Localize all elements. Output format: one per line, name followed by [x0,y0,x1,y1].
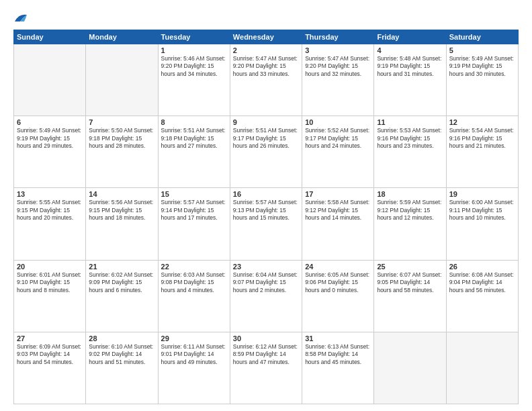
day-number: 8 [161,118,227,126]
day-info: Sunrise: 6:07 AM Sunset: 9:05 PM Dayligh… [377,271,443,294]
day-cell: 8Sunrise: 5:51 AM Sunset: 9:18 PM Daylig… [158,116,230,188]
day-cell: 16Sunrise: 5:57 AM Sunset: 9:13 PM Dayli… [230,188,302,260]
day-number: 1 [161,46,227,54]
calendar-table: SundayMondayTuesdayWednesdayThursdayFrid… [13,30,519,404]
day-info: Sunrise: 5:50 AM Sunset: 9:18 PM Dayligh… [89,127,154,150]
col-header-friday: Friday [374,30,446,44]
day-number: 16 [233,190,299,198]
day-info: Sunrise: 5:57 AM Sunset: 9:13 PM Dayligh… [233,199,299,222]
day-number: 29 [161,334,227,342]
logo [13,12,28,24]
day-info: Sunrise: 5:46 AM Sunset: 9:20 PM Dayligh… [161,55,227,78]
day-info: Sunrise: 5:56 AM Sunset: 9:15 PM Dayligh… [89,199,154,222]
day-info: Sunrise: 5:51 AM Sunset: 9:17 PM Dayligh… [233,127,299,150]
day-info: Sunrise: 6:05 AM Sunset: 9:06 PM Dayligh… [305,271,371,294]
day-cell: 18Sunrise: 5:59 AM Sunset: 9:12 PM Dayli… [374,188,446,260]
page: SundayMondayTuesdayWednesdayThursdayFrid… [0,0,532,411]
day-cell: 21Sunrise: 6:02 AM Sunset: 9:09 PM Dayli… [86,260,158,332]
day-cell: 1Sunrise: 5:46 AM Sunset: 9:20 PM Daylig… [158,44,230,116]
day-cell: 20Sunrise: 6:01 AM Sunset: 9:10 PM Dayli… [14,260,86,332]
day-info: Sunrise: 6:00 AM Sunset: 9:11 PM Dayligh… [449,199,515,222]
day-number: 17 [305,190,371,198]
day-cell: 30Sunrise: 6:12 AM Sunset: 8:59 PM Dayli… [230,332,302,404]
day-info: Sunrise: 5:49 AM Sunset: 9:19 PM Dayligh… [449,55,515,78]
col-header-tuesday: Tuesday [158,30,230,44]
day-cell [86,44,158,116]
logo-bird-icon [13,12,28,24]
day-cell: 14Sunrise: 5:56 AM Sunset: 9:15 PM Dayli… [86,188,158,260]
day-number: 6 [17,118,83,126]
day-cell [14,44,86,116]
day-number: 4 [377,46,443,54]
day-info: Sunrise: 6:12 AM Sunset: 8:59 PM Dayligh… [233,343,299,366]
col-header-saturday: Saturday [446,30,518,44]
day-cell: 11Sunrise: 5:53 AM Sunset: 9:16 PM Dayli… [374,116,446,188]
day-info: Sunrise: 5:58 AM Sunset: 9:12 PM Dayligh… [305,199,371,222]
day-info: Sunrise: 6:03 AM Sunset: 9:08 PM Dayligh… [161,271,227,294]
day-number: 15 [161,190,227,198]
day-number: 21 [89,263,154,271]
day-number: 12 [449,118,515,126]
day-cell: 17Sunrise: 5:58 AM Sunset: 9:12 PM Dayli… [302,188,374,260]
day-cell: 29Sunrise: 6:11 AM Sunset: 9:01 PM Dayli… [158,332,230,404]
day-cell: 23Sunrise: 6:04 AM Sunset: 9:07 PM Dayli… [230,260,302,332]
day-info: Sunrise: 5:53 AM Sunset: 9:16 PM Dayligh… [377,127,443,150]
col-header-wednesday: Wednesday [230,30,302,44]
day-cell: 25Sunrise: 6:07 AM Sunset: 9:05 PM Dayli… [374,260,446,332]
day-cell: 10Sunrise: 5:52 AM Sunset: 9:17 PM Dayli… [302,116,374,188]
day-number: 10 [305,118,371,126]
day-cell: 27Sunrise: 6:09 AM Sunset: 9:03 PM Dayli… [14,332,86,404]
day-info: Sunrise: 6:10 AM Sunset: 9:02 PM Dayligh… [89,343,154,366]
day-info: Sunrise: 5:54 AM Sunset: 9:16 PM Dayligh… [449,127,515,150]
day-number: 2 [233,46,299,54]
day-info: Sunrise: 5:48 AM Sunset: 9:19 PM Dayligh… [377,55,443,78]
day-info: Sunrise: 5:52 AM Sunset: 9:17 PM Dayligh… [305,127,371,150]
day-cell: 24Sunrise: 6:05 AM Sunset: 9:06 PM Dayli… [302,260,374,332]
day-cell: 3Sunrise: 5:47 AM Sunset: 9:20 PM Daylig… [302,44,374,116]
week-row-0: 1Sunrise: 5:46 AM Sunset: 9:20 PM Daylig… [14,44,519,116]
day-info: Sunrise: 5:55 AM Sunset: 9:15 PM Dayligh… [17,199,83,222]
day-cell: 9Sunrise: 5:51 AM Sunset: 9:17 PM Daylig… [230,116,302,188]
day-info: Sunrise: 5:59 AM Sunset: 9:12 PM Dayligh… [377,199,443,222]
week-row-4: 27Sunrise: 6:09 AM Sunset: 9:03 PM Dayli… [14,332,519,404]
header [13,12,519,24]
day-number: 13 [17,190,83,198]
day-cell: 28Sunrise: 6:10 AM Sunset: 9:02 PM Dayli… [86,332,158,404]
week-row-3: 20Sunrise: 6:01 AM Sunset: 9:10 PM Dayli… [14,260,519,332]
day-cell: 2Sunrise: 5:47 AM Sunset: 9:20 PM Daylig… [230,44,302,116]
day-info: Sunrise: 5:57 AM Sunset: 9:14 PM Dayligh… [161,199,227,222]
col-header-sunday: Sunday [14,30,86,44]
day-number: 18 [377,190,443,198]
day-number: 14 [89,190,154,198]
day-info: Sunrise: 5:49 AM Sunset: 9:19 PM Dayligh… [17,127,83,150]
day-info: Sunrise: 6:02 AM Sunset: 9:09 PM Dayligh… [89,271,154,294]
day-cell: 12Sunrise: 5:54 AM Sunset: 9:16 PM Dayli… [446,116,518,188]
day-info: Sunrise: 6:04 AM Sunset: 9:07 PM Dayligh… [233,271,299,294]
day-number: 9 [233,118,299,126]
day-cell: 26Sunrise: 6:08 AM Sunset: 9:04 PM Dayli… [446,260,518,332]
day-number: 26 [449,263,515,271]
day-number: 11 [377,118,443,126]
day-cell: 7Sunrise: 5:50 AM Sunset: 9:18 PM Daylig… [86,116,158,188]
day-info: Sunrise: 5:51 AM Sunset: 9:18 PM Dayligh… [161,127,227,150]
day-cell: 31Sunrise: 6:13 AM Sunset: 8:58 PM Dayli… [302,332,374,404]
day-info: Sunrise: 5:47 AM Sunset: 9:20 PM Dayligh… [305,55,371,78]
day-number: 19 [449,190,515,198]
logo-text [13,12,28,24]
calendar-header-row: SundayMondayTuesdayWednesdayThursdayFrid… [14,30,519,44]
day-cell: 22Sunrise: 6:03 AM Sunset: 9:08 PM Dayli… [158,260,230,332]
day-number: 5 [449,46,515,54]
day-cell [446,332,518,404]
day-number: 27 [17,334,83,342]
day-info: Sunrise: 6:09 AM Sunset: 9:03 PM Dayligh… [17,343,83,366]
day-number: 3 [305,46,371,54]
day-number: 31 [305,334,371,342]
day-info: Sunrise: 6:11 AM Sunset: 9:01 PM Dayligh… [161,343,227,366]
day-cell: 6Sunrise: 5:49 AM Sunset: 9:19 PM Daylig… [14,116,86,188]
day-info: Sunrise: 5:47 AM Sunset: 9:20 PM Dayligh… [233,55,299,78]
day-number: 23 [233,263,299,271]
day-cell: 15Sunrise: 5:57 AM Sunset: 9:14 PM Dayli… [158,188,230,260]
col-header-thursday: Thursday [302,30,374,44]
day-number: 30 [233,334,299,342]
day-number: 22 [161,263,227,271]
